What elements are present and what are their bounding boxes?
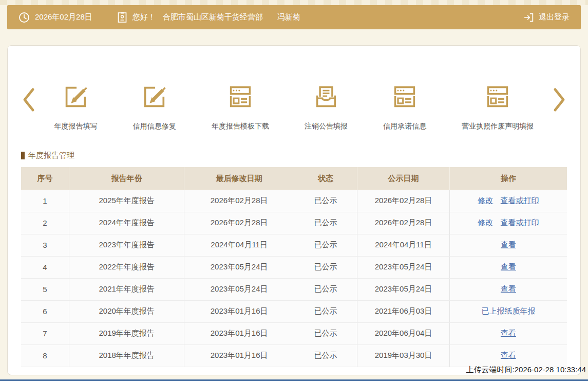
date-group: 2026年02月28日 xyxy=(18,12,92,23)
table-row: 82018年年度报告2023年01月16日已公示2019年03月30日查看 xyxy=(21,344,567,367)
row-modified: 2023年01月16日 xyxy=(184,300,294,322)
browser-window-icon xyxy=(227,83,254,111)
row-status: 已公示 xyxy=(294,344,357,367)
row-seq: 2 xyxy=(21,212,69,234)
action-link[interactable]: 查看 xyxy=(501,240,516,249)
browser-window-icon xyxy=(484,83,511,111)
action-link[interactable]: 查看 xyxy=(501,262,516,271)
row-published: 2026年02月28日 xyxy=(357,190,450,212)
row-modified: 2024年04月11日 xyxy=(184,234,294,256)
row-year: 2024年年度报告 xyxy=(69,212,184,234)
table-row: 22024年年度报告2026年02月28日已公示2026年02月28日修改查看或… xyxy=(21,212,567,234)
row-modified: 2023年01月16日 xyxy=(184,322,294,344)
nav-item-label: 年度报告填写 xyxy=(54,122,98,131)
nav-item-3[interactable]: 年度报告模板下载 xyxy=(212,83,269,131)
row-seq: 7 xyxy=(21,322,69,344)
col-header: 操作 xyxy=(449,167,567,190)
logout-label: 退出登录 xyxy=(539,12,570,22)
row-year: 2019年年度报告 xyxy=(69,322,184,344)
decorative-top-strip xyxy=(0,0,588,5)
top-bar: 2026年02月28日 您好！ 合肥市蜀山区新菊干货经营部 冯新菊 退出登录 xyxy=(7,5,581,29)
browser-window-icon xyxy=(391,83,418,111)
row-year: 2021年年度报告 xyxy=(69,278,184,300)
col-header: 状态 xyxy=(294,167,357,190)
row-year: 2022年年度报告 xyxy=(69,256,184,278)
table-row: 62020年年度报告2023年01月16日已公示2021年06月03日已上报纸质… xyxy=(21,300,567,322)
row-status: 已公示 xyxy=(294,190,357,212)
nav-item-6[interactable]: 营业执照作废声明填报 xyxy=(462,83,534,131)
row-modified: 2026年02月28日 xyxy=(184,212,294,234)
action-link[interactable]: 修改 xyxy=(478,218,493,227)
company-name: 合肥市蜀山区新菊干货经营部 xyxy=(163,12,263,22)
row-published: 2026年02月28日 xyxy=(357,212,450,234)
row-status: 已公示 xyxy=(294,212,357,234)
user-name: 冯新菊 xyxy=(277,12,300,22)
action-link[interactable]: 查看或打印 xyxy=(500,196,539,205)
row-modified: 2023年05月24日 xyxy=(184,278,294,300)
section-title: 年度报告管理 xyxy=(21,151,567,160)
row-actions: 查看 xyxy=(449,278,567,300)
table-row: 42022年年度报告2023年05月24日已公示2023年05月24日查看 xyxy=(21,256,567,278)
row-actions: 查看 xyxy=(449,322,567,344)
row-actions: 修改查看或打印 xyxy=(449,212,567,234)
action-link[interactable]: 已上报纸质年报 xyxy=(481,306,535,315)
edit-square-icon xyxy=(63,83,89,111)
row-actions: 查看 xyxy=(449,344,567,367)
nav-item-label: 信用信息修复 xyxy=(133,122,176,131)
row-status: 已公示 xyxy=(294,300,357,322)
nav-item-label: 年度报告模板下载 xyxy=(212,122,269,131)
nav-items-container: 年度报告填写 信用信息修复 年度报告模板下载 注销公告填报 xyxy=(36,83,552,131)
current-date: 2026年02月28日 xyxy=(35,12,92,22)
nav-prev-arrow[interactable] xyxy=(21,87,36,114)
col-header: 公示日期 xyxy=(357,167,450,190)
row-published: 2020年06月04日 xyxy=(357,322,450,344)
row-year: 2023年年度报告 xyxy=(69,234,184,256)
table-header-row: 序号报告年份最后修改日期状态公示日期操作 xyxy=(21,167,567,190)
action-link[interactable]: 查看 xyxy=(501,284,516,293)
col-header: 最后修改日期 xyxy=(184,167,294,190)
nav-item-1[interactable]: 年度报告填写 xyxy=(54,83,98,131)
action-link[interactable]: 查看或打印 xyxy=(500,218,539,227)
action-link[interactable]: 查看 xyxy=(501,351,516,359)
main-card: 年度报告填写 信用信息修复 年度报告模板下载 注销公告填报 xyxy=(7,45,581,375)
row-status: 已公示 xyxy=(294,278,357,300)
logout-button[interactable]: 退出登录 xyxy=(523,12,570,23)
row-year: 2025年年度报告 xyxy=(69,190,184,212)
action-link[interactable]: 修改 xyxy=(478,196,493,205)
nav-item-2[interactable]: 信用信息修复 xyxy=(133,83,176,131)
row-published: 2023年05月24日 xyxy=(357,256,450,278)
quick-nav: 年度报告填写 信用信息修复 年度报告模板下载 注销公告填报 xyxy=(21,46,567,131)
row-status: 已公示 xyxy=(294,256,357,278)
nav-item-label: 信用承诺信息 xyxy=(383,122,426,131)
row-seq: 8 xyxy=(21,344,69,367)
row-seq: 6 xyxy=(21,300,69,322)
logout-icon xyxy=(523,12,535,23)
action-link[interactable]: 查看 xyxy=(501,329,516,337)
row-seq: 1 xyxy=(21,190,69,212)
section-marker xyxy=(21,152,25,159)
nav-item-label: 注销公告填报 xyxy=(305,122,348,131)
row-year: 2020年年度报告 xyxy=(69,300,184,322)
table-body: 12025年年度报告2026年02月28日已公示2026年02月28日修改查看或… xyxy=(21,190,567,367)
nav-item-5[interactable]: 信用承诺信息 xyxy=(383,83,426,131)
user-greeting-group: 您好！ 合肥市蜀山区新菊干货经营部 冯新菊 xyxy=(117,12,300,23)
table-row: 72019年年度报告2023年01月16日已公示2020年06月04日查看 xyxy=(21,322,567,344)
greeting-text: 您好！ xyxy=(132,12,156,22)
row-published: 2024年04月11日 xyxy=(357,234,450,256)
row-actions: 查看 xyxy=(449,256,567,278)
nav-item-4[interactable]: 注销公告填报 xyxy=(305,83,348,131)
row-published: 2023年05月24日 xyxy=(357,278,450,300)
row-seq: 3 xyxy=(21,234,69,256)
table-row: 12025年年度报告2026年02月28日已公示2026年02月28日修改查看或… xyxy=(21,190,567,212)
row-year: 2018年年度报告 xyxy=(69,344,184,367)
row-actions: 查看 xyxy=(449,234,567,256)
col-header: 序号 xyxy=(21,167,69,190)
row-modified: 2026年02月28日 xyxy=(184,190,294,212)
edit-square-icon xyxy=(141,83,168,111)
nav-next-arrow[interactable] xyxy=(552,87,567,114)
row-published: 2019年03月30日 xyxy=(357,344,450,367)
row-status: 已公示 xyxy=(294,234,357,256)
clock-icon xyxy=(18,12,30,23)
row-modified: 2023年01月16日 xyxy=(184,344,294,367)
table-row: 32023年年度报告2024年04月11日已公示2024年04月11日查看 xyxy=(21,234,567,256)
